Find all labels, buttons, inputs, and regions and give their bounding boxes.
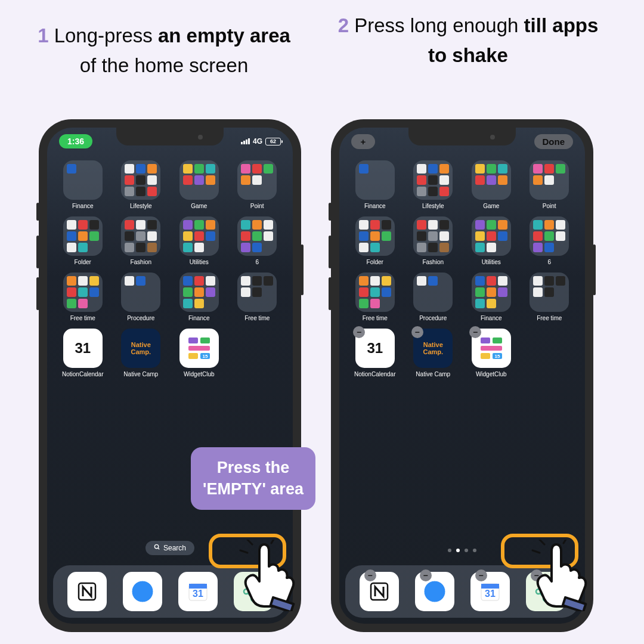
home-folder[interactable]: Fashion xyxy=(114,216,168,265)
home-folder[interactable]: Game xyxy=(172,160,226,209)
folder-icon[interactable] xyxy=(121,216,160,256)
dock-app[interactable]: 31 xyxy=(178,572,218,611)
page-indicator[interactable] xyxy=(448,549,476,552)
remove-badge[interactable]: − xyxy=(420,569,432,581)
folder-label: Game xyxy=(191,203,207,209)
folder-icon[interactable] xyxy=(63,216,103,256)
folder-icon[interactable] xyxy=(121,273,160,312)
folder-label: Free time xyxy=(537,315,562,321)
home-folder[interactable]: Fashion xyxy=(407,216,460,265)
folder-label: Finance xyxy=(72,203,94,209)
folder-label: Free time xyxy=(363,315,388,321)
folder-icon[interactable] xyxy=(472,216,511,256)
folder-icon[interactable] xyxy=(413,160,453,200)
svg-rect-40 xyxy=(563,597,586,611)
svg-rect-21 xyxy=(481,346,502,351)
folder-icon[interactable] xyxy=(413,273,453,312)
folder-icon[interactable] xyxy=(179,273,219,312)
step-2-caption: 2 Press long enough till apps to shake xyxy=(334,11,602,70)
done-button[interactable]: Done xyxy=(534,134,574,149)
remove-badge[interactable]: − xyxy=(364,569,376,581)
home-folder[interactable]: Free time xyxy=(56,273,110,321)
folder-icon[interactable] xyxy=(63,273,103,312)
home-folder[interactable]: Point xyxy=(523,160,577,209)
home-folder[interactable]: Finance xyxy=(348,160,402,209)
folder-icon[interactable] xyxy=(121,160,160,200)
home-folder[interactable]: 6 xyxy=(523,216,577,265)
folder-icon[interactable] xyxy=(237,216,277,256)
folder-icon[interactable] xyxy=(179,216,219,256)
dock-app[interactable]: − xyxy=(415,572,454,611)
home-folder[interactable]: Game xyxy=(465,160,518,209)
home-folder[interactable]: 6 xyxy=(231,216,284,265)
home-app[interactable]: −NativeCamp. Native Camp xyxy=(407,329,460,377)
home-folder[interactable]: Finance xyxy=(56,160,110,209)
folder-icon[interactable] xyxy=(472,273,511,312)
home-folder[interactable]: Point xyxy=(231,160,284,209)
app-icon[interactable]: 15 xyxy=(179,329,219,368)
dock-app[interactable] xyxy=(123,572,162,611)
folder-label: Procedure xyxy=(127,315,154,321)
remove-badge[interactable]: − xyxy=(469,326,481,338)
folder-icon[interactable] xyxy=(530,160,569,200)
home-folder[interactable]: Lifestyle xyxy=(114,160,168,209)
dock-app[interactable]: − xyxy=(360,572,399,611)
home-folder[interactable]: Utilities xyxy=(172,216,226,265)
remove-badge[interactable]: − xyxy=(411,326,423,338)
app-label: NotionCalendar xyxy=(354,371,396,377)
home-folder[interactable]: Free time xyxy=(523,273,577,321)
svg-rect-3 xyxy=(188,353,198,359)
home-folder[interactable]: Procedure xyxy=(407,273,460,321)
app-icon[interactable]: 31 xyxy=(63,329,103,368)
app-icon[interactable]: NativeCamp. xyxy=(121,329,160,368)
folder-label: Utilities xyxy=(190,259,209,265)
home-folder[interactable]: Folder xyxy=(56,216,110,265)
folder-icon[interactable] xyxy=(472,160,511,200)
folder-icon[interactable] xyxy=(179,160,219,200)
folder-icon[interactable] xyxy=(355,273,395,312)
dock-app[interactable] xyxy=(67,572,107,611)
folder-icon[interactable] xyxy=(63,160,103,200)
folder-label: Finance xyxy=(481,315,502,321)
folder-icon[interactable] xyxy=(413,216,453,256)
home-folder[interactable]: Utilities xyxy=(465,216,518,265)
folder-label: Finance xyxy=(188,315,210,321)
search-button[interactable]: Search xyxy=(145,541,194,555)
folder-icon[interactable] xyxy=(237,273,277,312)
time-pill[interactable]: 1:36 xyxy=(59,134,92,148)
home-folder[interactable]: Procedure xyxy=(114,273,168,321)
home-app[interactable]: 31 NotionCalendar xyxy=(56,329,110,377)
dock-app[interactable]: −31 xyxy=(470,572,510,611)
folder-label: 6 xyxy=(255,259,259,265)
folder-label: Folder xyxy=(75,259,91,265)
home-app[interactable]: 15 WidgetClub xyxy=(172,329,226,377)
folder-icon[interactable] xyxy=(355,160,395,200)
home-app[interactable]: NativeCamp. Native Camp xyxy=(114,329,168,377)
remove-badge[interactable]: − xyxy=(475,569,487,581)
remove-badge[interactable]: − xyxy=(353,326,365,338)
home-folder[interactable]: Lifestyle xyxy=(407,160,460,209)
home-app[interactable]: − 15 WidgetClub xyxy=(465,329,518,377)
home-app[interactable]: −31 NotionCalendar xyxy=(348,329,402,377)
folder-label: Point xyxy=(250,203,264,209)
home-folder[interactable]: Finance xyxy=(172,273,226,321)
network-label: 4G xyxy=(253,137,262,145)
svg-text:15: 15 xyxy=(494,354,500,359)
home-folder[interactable]: Finance xyxy=(465,273,518,321)
home-folder[interactable]: Free time xyxy=(231,273,284,321)
svg-text:31: 31 xyxy=(193,589,203,599)
home-folder[interactable]: Folder xyxy=(348,216,402,265)
folder-icon[interactable] xyxy=(530,273,569,312)
folder-label: Free time xyxy=(244,315,270,321)
svg-rect-22 xyxy=(481,353,490,359)
folder-icon[interactable] xyxy=(530,216,569,256)
svg-point-6 xyxy=(154,544,158,548)
add-widget-button[interactable]: + xyxy=(351,134,375,149)
folder-label: 6 xyxy=(547,259,551,265)
folder-icon[interactable] xyxy=(355,216,395,256)
svg-rect-20 xyxy=(493,338,502,343)
home-folder[interactable]: Free time xyxy=(348,273,402,321)
svg-rect-19 xyxy=(481,338,490,343)
folder-icon[interactable] xyxy=(237,160,277,200)
svg-line-38 xyxy=(240,550,247,553)
